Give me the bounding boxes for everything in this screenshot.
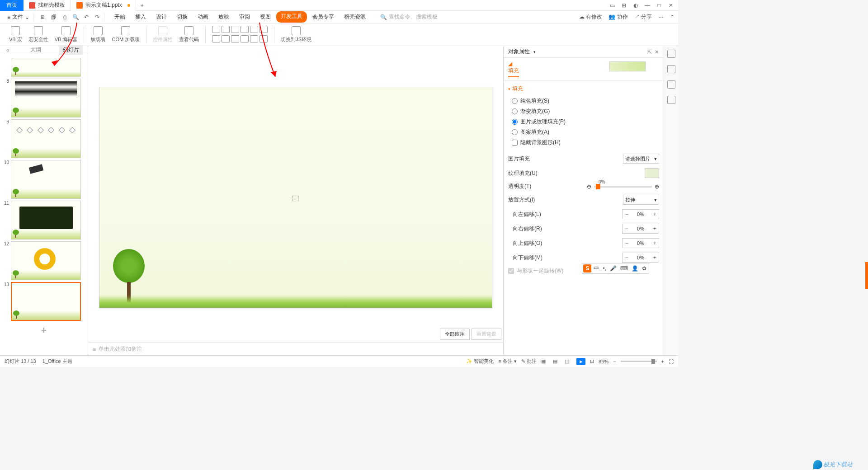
control-icon[interactable] <box>259 26 268 33</box>
menu-developer[interactable]: 开发工具 <box>276 11 307 23</box>
radio-solid[interactable]: 纯色填充(S) <box>512 97 659 105</box>
save-icon[interactable]: 🗎 <box>39 13 47 21</box>
menu-resource[interactable]: 稻壳资源 <box>340 11 370 23</box>
user-icon[interactable]: ◐ <box>632 2 639 9</box>
thumb-row[interactable]: 11 <box>0 200 88 240</box>
pin-icon[interactable]: ⇱ <box>647 49 652 55</box>
more-icon[interactable]: ⋯ <box>658 14 664 20</box>
texture-swatch[interactable] <box>645 168 659 178</box>
play-button[interactable]: ▶ <box>576 358 585 365</box>
select-picture[interactable]: 请选择图片▾ <box>623 154 659 164</box>
fill-subtab[interactable]: 填充 <box>508 67 519 77</box>
minimize-icon[interactable]: — <box>644 2 651 9</box>
control-icon[interactable] <box>259 35 268 42</box>
thumb-10[interactable] <box>11 160 81 199</box>
ime-item[interactable]: •, <box>601 265 608 272</box>
collapse-ribbon-icon[interactable]: ⌃ <box>670 14 675 20</box>
minus-icon[interactable]: ⊖ <box>587 183 591 190</box>
print-icon[interactable]: ⎙ <box>61 13 69 21</box>
thumb-13[interactable] <box>11 282 81 321</box>
thumb-row[interactable]: 9 <box>0 118 88 159</box>
undo-icon[interactable]: ↶ <box>82 13 90 21</box>
view-normal-icon[interactable]: ▦ <box>541 358 548 365</box>
tab-home[interactable]: 首页 <box>0 0 24 11</box>
menu-start[interactable]: 开始 <box>110 11 130 23</box>
menu-animation[interactable]: 动画 <box>193 11 213 23</box>
tab-add-button[interactable]: + <box>136 2 148 9</box>
menu-design[interactable]: 设计 <box>151 11 171 23</box>
switch-js-button[interactable]: 切换到JS环境 <box>281 26 311 43</box>
close-panel-icon[interactable]: ✕ <box>655 49 659 55</box>
menu-review[interactable]: 审阅 <box>235 11 255 23</box>
beautify-button[interactable]: ✨ 智能美化 <box>466 358 494 365</box>
search-command[interactable]: 🔍 查找命令、搜索模板 <box>380 13 438 21</box>
save-as-icon[interactable]: 🗐 <box>50 13 58 21</box>
thumb-row[interactable]: 10 <box>0 159 88 200</box>
apply-all-button[interactable]: 全部应用 <box>440 329 470 340</box>
thumb-12[interactable] <box>11 241 81 280</box>
radio-pattern[interactable]: 图案填充(A) <box>512 128 659 136</box>
outline-tab[interactable]: 大纲 <box>30 46 41 54</box>
menu-transition[interactable]: 切换 <box>172 11 192 23</box>
thumb-row[interactable]: 8 <box>0 78 88 118</box>
spin-offset-d[interactable]: −0%+ <box>622 253 659 263</box>
radio-picture[interactable]: 图片或纹理填充(P) <box>512 118 659 126</box>
view-read-icon[interactable]: ◫ <box>565 358 572 365</box>
thumb-row[interactable]: 13 <box>0 281 88 322</box>
view-sorter-icon[interactable]: ▤ <box>553 358 560 365</box>
control-icon[interactable] <box>231 35 239 42</box>
redo-icon[interactable]: ↷ <box>93 13 101 21</box>
transparency-slider[interactable]: 0% <box>594 186 652 188</box>
section-fill[interactable]: 填充 <box>508 85 659 93</box>
menu-slideshow[interactable]: 放映 <box>214 11 234 23</box>
maximize-icon[interactable]: □ <box>656 2 663 9</box>
tab-template[interactable]: 找稻壳模板 <box>24 0 71 11</box>
menu-view[interactable]: 视图 <box>255 11 275 23</box>
file-menu[interactable]: ≡ 文件 ⌄ <box>4 13 33 21</box>
thumb-row[interactable]: 12 <box>0 240 88 281</box>
comment-button[interactable]: ✎ 批注 <box>521 358 537 365</box>
collapse-button[interactable]: « <box>4 46 12 54</box>
control-icon[interactable] <box>212 26 220 33</box>
zoom-in-icon[interactable]: + <box>661 359 664 364</box>
fit-icon[interactable]: ⊡ <box>590 358 594 364</box>
layout-icon[interactable]: ▭ <box>609 2 616 9</box>
sidebar-tool-icon[interactable] <box>667 50 675 58</box>
vb-macro-button[interactable]: VB 宏 <box>9 26 22 43</box>
zoom-value[interactable]: 86% <box>599 359 609 364</box>
thumb-8[interactable] <box>11 79 81 118</box>
menu-insert[interactable]: 插入 <box>131 11 151 23</box>
ime-item[interactable]: 中 <box>592 265 600 273</box>
control-grid[interactable] <box>212 26 268 43</box>
share-button[interactable]: ↗ 分享 <box>634 13 652 21</box>
ime-toolbar[interactable]: S 中 •, 🎤 ⌨ 👤 ✿ <box>582 263 649 274</box>
sidebar-tool-icon[interactable] <box>667 80 675 89</box>
zoom-out-icon[interactable]: − <box>613 359 616 364</box>
tab-presentation[interactable]: 演示文稿1.pptx <box>71 0 136 11</box>
control-icon[interactable] <box>231 26 239 33</box>
ime-item[interactable]: 🎤 <box>609 265 618 272</box>
slides-tab[interactable]: 幻灯片 <box>59 45 83 55</box>
spin-offset-l[interactable]: −0%+ <box>622 209 659 219</box>
control-icon[interactable] <box>241 26 249 33</box>
spin-offset-r[interactable]: −0%+ <box>622 224 659 234</box>
notes-button[interactable]: ≡ 备注 ▾ <box>498 358 517 365</box>
ime-item[interactable]: ⌨ <box>619 265 629 272</box>
view-code-button[interactable]: 查看代码 <box>179 26 199 43</box>
pending-changes[interactable]: ☁ 有修改 <box>579 13 602 21</box>
close-icon[interactable]: ✕ <box>667 2 675 9</box>
edit-marker[interactable] <box>292 196 299 201</box>
control-icon[interactable] <box>250 26 258 33</box>
ime-item[interactable]: 👤 <box>630 265 640 272</box>
select-tile[interactable]: 拉伸▾ <box>623 195 659 205</box>
coop-button[interactable]: 👥 协作 <box>609 13 627 21</box>
slide-canvas[interactable] <box>99 87 492 308</box>
control-icon[interactable] <box>222 26 230 33</box>
com-addins-button[interactable]: COM 加载项 <box>112 26 140 43</box>
notes-placeholder[interactable]: 单击此处添加备注 <box>99 345 142 353</box>
sidebar-tool-icon[interactable] <box>667 96 675 104</box>
fullscreen-icon[interactable]: ⛶ <box>669 359 674 364</box>
control-icon[interactable] <box>241 35 249 42</box>
zoom-slider[interactable] <box>621 361 657 362</box>
control-icon[interactable] <box>250 35 258 42</box>
